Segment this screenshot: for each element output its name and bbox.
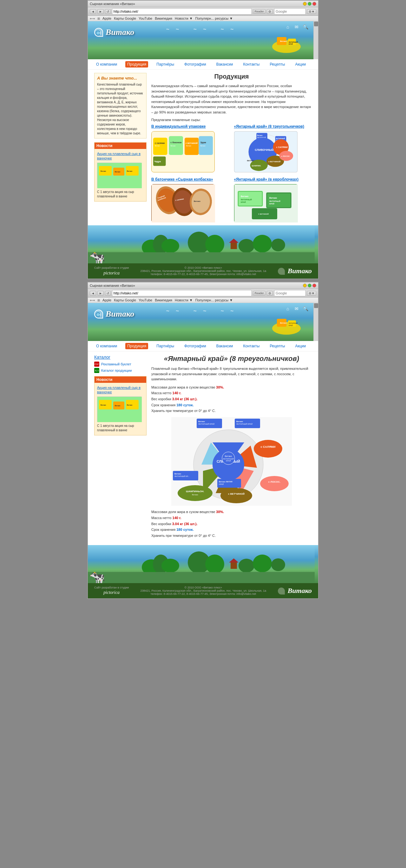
- product-link-sausage[interactable]: В батончике «Сырная колбаска»: [151, 177, 229, 182]
- svg-point-82: [271, 239, 285, 251]
- birds-decoration-2: ~~ ~~ ~~: [166, 308, 240, 314]
- home-icon[interactable]: ⌂: [286, 24, 292, 30]
- nav-vacancies[interactable]: Вакансии: [214, 61, 235, 67]
- svg-text:ЯНТАРНЫЙ: ЯНТАРНЫЙ: [269, 200, 281, 202]
- sidebar-news-title: Новости: [94, 143, 146, 149]
- catalog-item-xls[interactable]: XLS Каталог продукции: [94, 368, 147, 373]
- mail-icon-2[interactable]: ✉: [295, 306, 300, 312]
- main-content-1: Продукция Калининградская область – самы…: [151, 73, 312, 222]
- bookmark-wikipedia-2[interactable]: Википедия: [155, 298, 172, 302]
- reader-button[interactable]: Reader: [253, 9, 266, 13]
- bookmark-google-maps[interactable]: Карты Google: [114, 17, 136, 20]
- settings-button[interactable]: ⚙: [267, 9, 273, 14]
- back-button[interactable]: ◄: [90, 9, 96, 14]
- bookmark-google-maps-2[interactable]: Карты Google: [114, 298, 136, 302]
- nav-recipes-2[interactable]: Рецепты: [268, 343, 287, 349]
- svg-point-137: [238, 559, 254, 572]
- svg-text:Витако: Витако: [100, 404, 106, 406]
- svg-point-80: [238, 239, 254, 253]
- footer-studio-name: pictorica: [94, 270, 129, 276]
- address-bar-2[interactable]: [112, 290, 252, 296]
- header-icons-1: ⌂ ✉ 🔍: [286, 24, 309, 30]
- bookmark-popular[interactable]: Популярн... ресурсы ▼: [195, 17, 233, 20]
- svg-text:КРАЙ: КРАЙ: [289, 43, 293, 45]
- nav-partners[interactable]: Партнёры: [154, 61, 176, 67]
- tools-button[interactable]: ⚙▼: [307, 9, 316, 14]
- nav-about-2[interactable]: О компании: [94, 343, 119, 349]
- forward-button-2[interactable]: ►: [97, 291, 104, 296]
- settings-button-2[interactable]: ⚙: [267, 291, 273, 296]
- product-image-sausage: Сырная колбаска с салями Витако: [151, 184, 215, 222]
- nav-promotions-2[interactable]: Акции: [293, 343, 308, 349]
- svg-text:Витако: Витако: [115, 171, 120, 173]
- site-content-1: А Вы знаете что... Качественный плавлены…: [88, 70, 318, 225]
- nav-contacts-2[interactable]: Контакты: [241, 343, 262, 349]
- minimize-button[interactable]: [303, 2, 307, 6]
- address-bar[interactable]: [112, 8, 252, 14]
- forward-button[interactable]: ►: [97, 9, 104, 14]
- search-icon[interactable]: 🔍: [303, 24, 309, 30]
- close-button-2[interactable]: [313, 284, 316, 287]
- svg-rect-85: [231, 243, 237, 249]
- product-link-euroblock[interactable]: «Янтарный край» (в евроблочках): [234, 177, 312, 182]
- close-button[interactable]: [313, 2, 316, 6]
- nav-promotions[interactable]: Акции: [293, 61, 308, 67]
- product-link-triangles[interactable]: «Янтарный край» (8 треугольничков): [234, 124, 312, 129]
- nav-photos-2[interactable]: Фотографии: [182, 343, 208, 349]
- reload-button[interactable]: ↺: [105, 9, 111, 14]
- reader-button-2[interactable]: Reader: [253, 291, 266, 296]
- svg-point-139: [271, 558, 285, 571]
- home-icon-2[interactable]: ⌂: [286, 306, 292, 312]
- tools-button-2[interactable]: ⚙▼: [307, 291, 316, 296]
- browser-window-2: Сырная компания «Витако» ◄ ► ↺ Reader ⚙ …: [87, 282, 319, 599]
- nav-products-2[interactable]: Продукция: [125, 343, 148, 349]
- svg-point-116: [254, 440, 282, 458]
- sidebar-news-block-2: Новости Акция на плавленый сыр в ванночк…: [94, 376, 147, 435]
- minimize-button-2[interactable]: [303, 284, 307, 287]
- news-link-1[interactable]: Акция на плавленый сыр в ванночке: [97, 152, 144, 161]
- bookmark-youtube[interactable]: YouTube: [139, 17, 152, 20]
- news-link-2[interactable]: Акция на плавленый сыр в ванночке: [97, 385, 144, 395]
- svg-text:Витако: Витако: [225, 455, 232, 457]
- nav-products[interactable]: Продукция: [125, 61, 148, 67]
- toolbar-2: ◄ ► ↺ Reader ⚙ ⚙▼: [88, 289, 318, 298]
- footer-address-1: © 2010 ООО «Витако плюс» 238421, Россия,…: [129, 266, 278, 276]
- svg-text:с ветчиной: с ветчиной: [185, 142, 198, 144]
- back-button-2[interactable]: ◄: [90, 291, 96, 296]
- sidebar-know-block: А Вы знаете что... Качественный плавлены…: [94, 73, 147, 138]
- svg-point-129: [260, 476, 289, 491]
- nav-about[interactable]: О компании: [94, 61, 119, 67]
- mail-icon[interactable]: ✉: [295, 24, 300, 30]
- catalog-title[interactable]: Каталог: [94, 354, 147, 360]
- catalog-section: Каталог PDF Рекламный буклет XLS Каталог…: [94, 354, 147, 373]
- maximize-button[interactable]: [308, 2, 312, 6]
- search-input-2[interactable]: [274, 290, 306, 296]
- bookmark-wikipedia[interactable]: Википедия: [155, 17, 172, 20]
- bookmark-youtube-2[interactable]: YouTube: [139, 298, 152, 302]
- search-icon-2[interactable]: 🔍: [303, 306, 309, 312]
- nav-vacancies-2[interactable]: Вакансии: [214, 343, 235, 349]
- maximize-button-2[interactable]: [308, 284, 312, 287]
- bookmark-apple[interactable]: Apple: [103, 17, 111, 20]
- nav-photos[interactable]: Фотографии: [182, 61, 208, 67]
- nav-contacts[interactable]: Контакты: [241, 61, 262, 67]
- product-link-individual[interactable]: В индивидуальной упаковке: [151, 124, 229, 129]
- footer-left-1: Сайт разработан в студии pictorica: [94, 266, 129, 276]
- svg-text:СЛИВОЧНЫЙ: СЛИВОЧНЫЙ: [255, 148, 274, 152]
- scrollbar-2[interactable]: [313, 303, 318, 341]
- nav-partners-2[interactable]: Партнёры: [154, 343, 176, 349]
- nav-recipes[interactable]: Рецепты: [268, 61, 287, 67]
- bookmark-news-2[interactable]: Новости ▼: [175, 298, 193, 302]
- reload-button-2[interactable]: ↺: [105, 291, 111, 296]
- window-title-1: Сырная компания «Витако»: [90, 2, 135, 6]
- bookmark-apple-2[interactable]: Apple: [103, 298, 111, 302]
- svg-text:с салями: с салями: [155, 142, 165, 144]
- search-input[interactable]: [274, 8, 306, 14]
- scrollbar-1[interactable]: [313, 21, 318, 59]
- svg-text:КРАЙ: КРАЙ: [219, 483, 224, 485]
- catalog-item-pdf[interactable]: PDF Рекламный буклет: [94, 362, 147, 367]
- product-section-euroblock: «Янтарный край» (в евроблочках) Витако Я…: [234, 177, 312, 222]
- svg-text:Витако: Витако: [100, 170, 106, 172]
- bookmark-news[interactable]: Новости ▼: [175, 17, 193, 20]
- bookmark-popular-2[interactable]: Популярн... ресурсы ▼: [195, 298, 233, 302]
